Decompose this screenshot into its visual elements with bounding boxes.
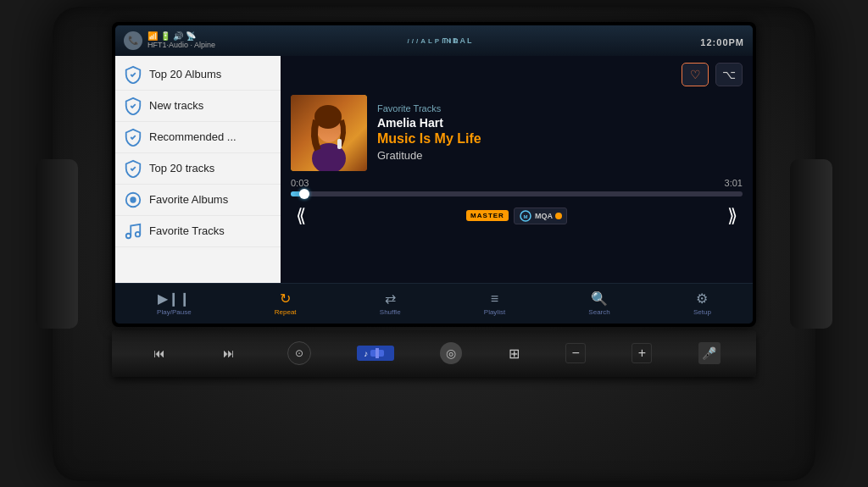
- menu-label-favoritealbums: Favorite Albums: [149, 193, 228, 206]
- svg-point-3: [136, 231, 141, 236]
- track-info: Favorite Tracks Amelia Hart Music Is My …: [377, 95, 743, 171]
- header-actions: ♡ ⌥: [682, 63, 743, 86]
- svg-point-2: [126, 233, 131, 238]
- menu-item-top20tracks[interactable]: Top 20 tracks: [115, 153, 281, 185]
- shuffle-icon: ⇄: [385, 291, 396, 307]
- camera-button[interactable]: ⊙: [287, 341, 311, 365]
- audio-icon: 🔊: [173, 31, 183, 41]
- grid-button[interactable]: ⊞: [509, 346, 520, 362]
- playlist-label: Playlist: [484, 308, 505, 316]
- wifi-icon: 📡: [186, 31, 196, 41]
- car-unit: ///ALPINE 📞 📶 🔋 🔊 📡 HFT1·Audio · Alpine: [53, 7, 815, 481]
- mqa-logo-icon: M: [519, 210, 532, 222]
- track-category: Favorite Tracks: [377, 103, 743, 113]
- toolbar-playpause[interactable]: ▶❙❙ Play/Pause: [150, 291, 198, 316]
- mqa-dot: [555, 213, 562, 219]
- skip-forward-button[interactable]: ⟫: [722, 203, 743, 229]
- master-badge: MASTER: [466, 210, 509, 221]
- shield-icon-top20tracks: [124, 159, 142, 178]
- setup-icon: ⚙: [696, 291, 708, 307]
- volume-down-button[interactable]: −: [565, 343, 586, 363]
- menu-item-favoritetracks[interactable]: Favorite Tracks: [115, 216, 281, 247]
- svg-point-1: [131, 197, 136, 202]
- microphone-icon: 🎤: [702, 346, 716, 360]
- playlist-icon: ≡: [491, 291, 498, 307]
- menu-label-recommended: Recommended ...: [149, 130, 236, 143]
- shield-icon-recommended: [124, 128, 142, 147]
- toolbar-setup[interactable]: ⚙ Setup: [687, 291, 718, 316]
- circle-icon-favoritealbums: [124, 191, 142, 209]
- screen-bezel: ///ALPINE 📞 📶 🔋 🔊 📡 HFT1·Audio · Alpine: [112, 22, 756, 327]
- favorite-button[interactable]: ♡: [682, 63, 709, 86]
- microphone-button[interactable]: 🎤: [698, 342, 721, 364]
- side-wing-left: [36, 159, 78, 329]
- svg-text:M: M: [523, 214, 527, 219]
- shield-icon-newtracks: [124, 97, 142, 115]
- menu-label-favoritetracks: Favorite Tracks: [149, 224, 225, 237]
- menu-label-top20albums: Top 20 Albums: [149, 68, 221, 80]
- music-note-icon: ♪: [364, 349, 368, 358]
- shuffle-label: Shuffle: [380, 308, 401, 316]
- progress-bar[interactable]: [291, 191, 743, 196]
- side-wing-right: [790, 159, 832, 329]
- volume-up-button[interactable]: +: [632, 343, 652, 363]
- prev-track-button[interactable]: ⏮: [147, 341, 171, 365]
- mqa-text: MQA: [535, 212, 553, 220]
- menu-label-top20tracks: Top 20 tracks: [149, 162, 214, 174]
- album-art: [291, 95, 367, 171]
- progress-times: 0:03 3:01: [291, 178, 743, 188]
- share-button[interactable]: ⌥: [715, 63, 743, 86]
- toolbar-shuffle[interactable]: ⇄ Shuffle: [373, 291, 408, 316]
- menu-item-favoritealbums[interactable]: Favorite Albums: [115, 185, 281, 216]
- share-icon: ⌥: [722, 68, 736, 81]
- progress-section: 0:03 3:01: [291, 178, 743, 196]
- playpause-icon: ▶❙❙: [158, 291, 190, 307]
- bottom-toolbar: ▶❙❙ Play/Pause ↻ Repeat ⇄ Shuffle ≡ Play…: [115, 283, 753, 324]
- toolbar-repeat[interactable]: ↻ Repeat: [268, 291, 303, 316]
- heart-icon: ♡: [690, 68, 701, 81]
- status-left: 📞 📶 🔋 🔊 📡 HFT1·Audio · Alpine: [124, 31, 215, 50]
- toolbar-playlist[interactable]: ≡ Playlist: [477, 291, 512, 316]
- nav-button[interactable]: ◎: [440, 342, 462, 364]
- camera-icon: ⊙: [295, 347, 303, 359]
- music-icon-favoritetracks: [124, 222, 142, 241]
- repeat-label: Repeat: [275, 308, 297, 316]
- search-label: Search: [588, 308, 609, 316]
- source-selector[interactable]: ♪: [357, 346, 394, 361]
- status-icons: 📶 🔋 🔊 📡: [147, 31, 215, 41]
- svg-rect-12: [376, 348, 379, 358]
- badges-group: MASTER M MQA: [466, 208, 567, 224]
- track-album: Gratitude: [377, 149, 743, 162]
- screen: 📞 📶 🔋 🔊 📡 HFT1·Audio · Alpine TIDAL 12:0…: [115, 25, 753, 324]
- track-title: Music Is My Life: [377, 131, 743, 147]
- menu-item-top20albums[interactable]: Top 20 Albums: [115, 59, 281, 91]
- clock-display: 12:00PM: [700, 30, 744, 50]
- total-time: 3:01: [725, 178, 743, 188]
- now-playing-panel: ♡ ⌥: [281, 56, 753, 283]
- setup-label: Setup: [693, 308, 711, 316]
- menu-label-newtracks: New tracks: [149, 99, 203, 112]
- main-content: Top 20 Albums New tracks: [115, 56, 753, 283]
- battery-icon: 🔋: [160, 31, 170, 41]
- hft-label: HFT1·Audio · Alpine: [147, 41, 215, 49]
- menu-item-newtracks[interactable]: New tracks: [115, 91, 281, 122]
- phone-button[interactable]: 📞: [124, 31, 142, 50]
- left-menu: Top 20 Albums New tracks: [115, 56, 281, 283]
- mqa-badge: M MQA: [514, 208, 567, 224]
- playpause-label: Play/Pause: [157, 308, 191, 316]
- alpine-logo: ///ALPINE: [407, 37, 460, 45]
- shield-icon-top20albums: [124, 65, 142, 84]
- menu-item-recommended[interactable]: Recommended ...: [115, 122, 281, 153]
- svg-rect-8: [337, 139, 342, 149]
- current-time: 0:03: [291, 178, 309, 188]
- track-section: Favorite Tracks Amelia Hart Music Is My …: [291, 95, 743, 171]
- playback-controls: ⟪ MASTER M MQA: [291, 203, 743, 229]
- usb-icon: [370, 348, 387, 358]
- physical-controls-bar: ⏮ ⏭ ⊙ ♪ ◎ ⊞ − + 🎤: [112, 330, 756, 377]
- album-art-image: [291, 95, 367, 171]
- toolbar-search[interactable]: 🔍 Search: [581, 291, 616, 316]
- repeat-icon: ↻: [280, 291, 291, 307]
- next-track-button[interactable]: ⏭: [217, 341, 241, 365]
- track-artist: Amelia Hart: [377, 116, 743, 130]
- skip-back-button[interactable]: ⟪: [291, 203, 311, 229]
